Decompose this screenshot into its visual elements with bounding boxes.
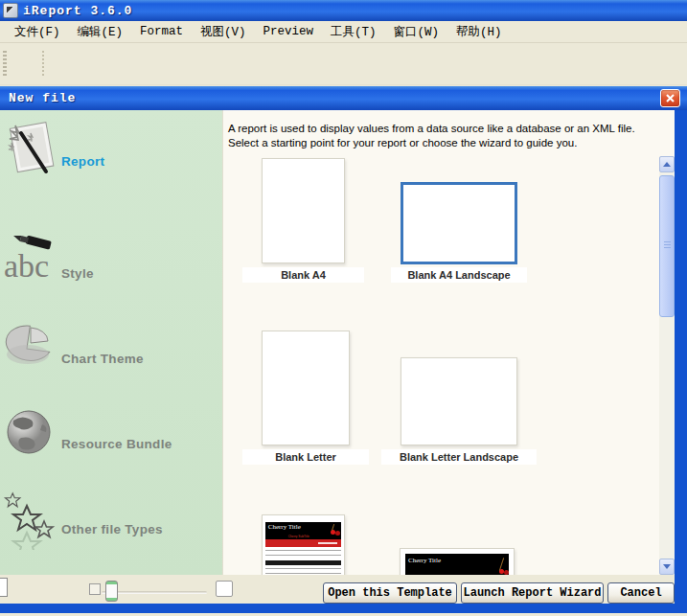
menubar: 文件(F) 编辑(E) Format 视图(V) Preview 工具(T) 窗…	[0, 21, 687, 43]
scroll-up-button[interactable]	[659, 156, 675, 172]
description-line-2: Select a starting point for your report …	[228, 136, 635, 150]
template-blank-letter[interactable]	[262, 331, 350, 445]
template-cherry-portrait[interactable]: Cherry Title Cherry SubTitle	[262, 514, 345, 575]
arrow-down-icon	[663, 564, 671, 569]
cherry-icon	[495, 554, 509, 575]
sidebar-item-label: Report	[61, 154, 104, 169]
template-label-blank-a4[interactable]: Blank A4	[242, 267, 364, 283]
report-wand-icon	[2, 118, 57, 177]
cherry-group-bar	[265, 560, 340, 564]
template-blank-a4-landscape[interactable]	[401, 182, 517, 264]
scroll-down-button[interactable]	[659, 559, 675, 575]
dialog-sidebar: Report abc Style	[0, 110, 223, 575]
app-titlebar: iReport 3.6.0	[0, 0, 687, 21]
menu-window[interactable]: 窗口(W)	[385, 22, 448, 42]
sidebar-item-resource-bundle[interactable]: Resource Bundle	[0, 405, 223, 482]
open-template-button[interactable]: Open this Template	[323, 582, 457, 604]
thumbnail-size-slider-thumb[interactable]	[105, 581, 118, 602]
close-icon	[665, 93, 676, 103]
sidebar-item-style[interactable]: abc Style	[0, 235, 223, 311]
menu-view[interactable]: 视图(V)	[192, 22, 255, 42]
arrow-up-icon	[663, 162, 671, 167]
cherry-column-headers	[265, 550, 340, 559]
ireport-window: iReport 3.6.0 文件(F) 编辑(E) Format 视图(V) P…	[0, 0, 687, 616]
template-label-blank-letter-landscape[interactable]: Blank Letter Landscape	[381, 449, 537, 465]
cherry-title: Cherry Title	[408, 557, 441, 564]
thumbnail-size-small-icon[interactable]	[89, 583, 101, 595]
menu-edit[interactable]: 编辑(E)	[69, 22, 132, 42]
cherry-subtitle: Cherry SubTitle	[287, 535, 309, 538]
scrollbar-thumb[interactable]	[659, 175, 675, 317]
launch-report-wizard-button[interactable]: Launch Report Wizard	[461, 582, 604, 604]
template-list-viewport: Blank A4 Blank A4 Landscape Blank Letter…	[223, 156, 659, 575]
template-cherry-landscape[interactable]: Cherry Title Cherry SubTitle	[400, 548, 515, 575]
dialog-bottom-bar: Open this Template Launch Report Wizard …	[0, 575, 675, 604]
dialog-title: New file	[0, 91, 76, 105]
template-blank-letter-landscape[interactable]	[401, 357, 517, 445]
ireport-app-icon	[3, 3, 18, 18]
globe-icon	[2, 405, 57, 465]
sidebar-item-other-file-types[interactable]: Other file Types	[0, 491, 223, 567]
template-scrollbar[interactable]	[659, 156, 675, 575]
sidebar-item-label: Resource Bundle	[61, 437, 172, 451]
template-label-blank-letter[interactable]: Blank Letter	[242, 449, 369, 465]
close-button[interactable]	[660, 89, 680, 107]
thumbnail-size-large-icon[interactable]	[216, 581, 233, 597]
partial-field	[0, 578, 8, 597]
dialog-border-right	[675, 86, 687, 613]
new-file-dialog: New file	[0, 86, 687, 613]
style-brush-icon: abc	[2, 235, 57, 294]
sidebar-item-label: Style	[61, 266, 94, 281]
toolbar-separator	[42, 51, 44, 78]
cancel-button[interactable]: Cancel	[607, 582, 675, 604]
template-label-blank-a4-landscape[interactable]: Blank A4 Landscape	[391, 267, 527, 283]
cherry-red-stripe	[265, 539, 340, 547]
toolbar-grip	[3, 51, 7, 78]
svg-text:abc: abc	[4, 248, 49, 284]
description-line-1: A report is used to display values from …	[228, 122, 635, 136]
cherry-icon	[326, 522, 340, 540]
template-blank-a4[interactable]	[262, 158, 345, 263]
menu-help[interactable]: 帮助(H)	[447, 22, 511, 42]
app-title: iReport 3.6.0	[23, 4, 132, 18]
sidebar-item-label: Chart Theme	[61, 352, 144, 366]
menu-tools[interactable]: 工具(T)	[322, 22, 385, 42]
menu-preview[interactable]: Preview	[255, 23, 323, 40]
pie-chart-icon	[2, 320, 57, 379]
dialog-main-panel: A report is used to display values from …	[223, 110, 675, 575]
toolbar: Scott/Tiger	[0, 43, 687, 85]
sidebar-item-label: Other file Types	[61, 522, 163, 536]
cherry-title: Cherry Title	[268, 523, 301, 531]
menu-file[interactable]: 文件(F)	[6, 22, 69, 42]
cherry-detail-rows	[265, 568, 340, 575]
cherry-header-band: Cherry Title Cherry SubTitle	[405, 554, 510, 575]
stars-icon	[2, 491, 57, 550]
menu-format[interactable]: Format	[131, 23, 192, 40]
dialog-titlebar: New file	[0, 86, 687, 110]
sidebar-item-report[interactable]: Report	[0, 118, 223, 204]
dialog-description: A report is used to display values from …	[228, 122, 635, 150]
dialog-border-bottom	[0, 604, 687, 613]
sidebar-item-chart-theme[interactable]: Chart Theme	[0, 320, 223, 397]
